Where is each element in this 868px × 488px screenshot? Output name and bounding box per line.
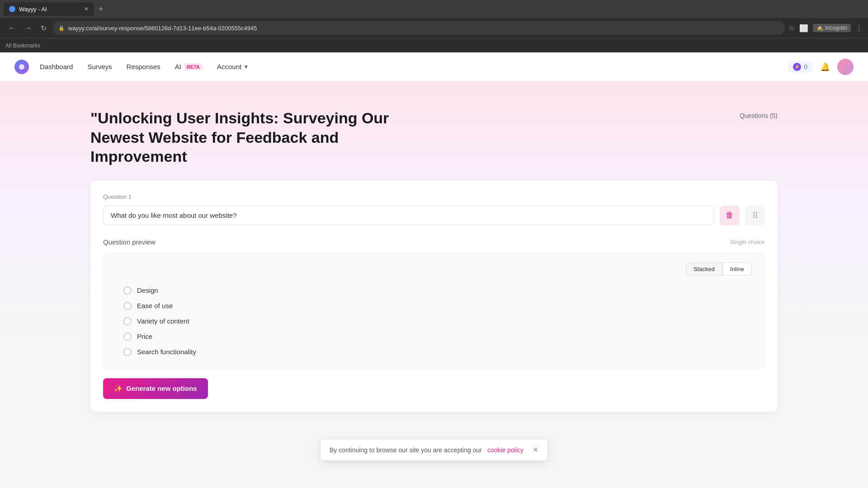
new-tab-button[interactable]: + [96, 5, 106, 14]
tab-title: Wayyy - AI [19, 6, 47, 13]
cookie-policy-link[interactable]: cookie policy [487, 446, 524, 454]
browser-nav-bar: ← → ↻ 🔒 wayyy.co/ai/survey-response/5860… [0, 18, 868, 38]
page-title: "Unlocking User Insights: Surveying Our … [90, 108, 398, 166]
nav-right: ⚡ 0 🔔 [788, 59, 854, 75]
address-bar[interactable]: 🔒 wayyy.co/ai/survey-response/5860126d-7… [53, 21, 785, 35]
preview-box: Stacked Inline Design Ease of use [103, 253, 765, 369]
radio-circle-variety [123, 317, 132, 325]
nav-ai-label: AI [175, 63, 181, 70]
bookmarks-bar: All Bookmarks [0, 38, 868, 52]
preview-header: Question preview Single choice [103, 238, 765, 246]
user-avatar[interactable] [837, 59, 854, 75]
generate-label: Generate new options [126, 385, 197, 392]
option-price[interactable]: Price [123, 333, 745, 341]
questions-count: Questions (5) [740, 108, 778, 119]
inline-toggle[interactable]: Inline [722, 263, 752, 276]
option-design[interactable]: Design [123, 286, 745, 295]
browser-nav-right: ☆ ⬜ 🕵 Incognito ⋮ [788, 24, 863, 33]
lock-icon: 🔒 [58, 25, 65, 31]
browser-tab[interactable]: Wayyy - AI ✕ [4, 2, 94, 16]
preview-label: Question preview [103, 238, 156, 246]
incognito-icon: 🕵 [816, 25, 823, 31]
cookie-notice: By continuing to browse our site you are… [320, 439, 548, 461]
browser-chrome: Wayyy - AI ✕ + ← → ↻ 🔒 wayyy.co/ai/surve… [0, 0, 868, 52]
cookie-close-button[interactable]: ✕ [533, 446, 538, 454]
svg-point-0 [19, 64, 24, 70]
option-ease-of-use[interactable]: Ease of use [123, 302, 745, 310]
star-icon[interactable]: ☆ [788, 24, 795, 33]
tab-favicon [9, 6, 15, 12]
bookmarks-label: All Bookmarks [5, 42, 40, 49]
nav-account-label: Account [217, 63, 241, 70]
stacked-toggle[interactable]: Stacked [686, 263, 722, 276]
browser-tab-bar: Wayyy - AI ✕ + [0, 0, 868, 18]
nav-links: Dashboard Surveys Responses AI BETA Acco… [40, 63, 249, 70]
bell-icon[interactable]: 🔔 [820, 62, 830, 72]
radio-circle-search [123, 348, 132, 356]
menu-icon[interactable]: ⋮ [855, 24, 863, 33]
app-nav: Dashboard Surveys Responses AI BETA Acco… [0, 52, 868, 81]
extensions-icon[interactable]: ⬜ [799, 24, 808, 33]
radio-circle-price [123, 333, 132, 341]
option-label-ease: Ease of use [137, 302, 173, 310]
delete-button[interactable]: 🗑 [720, 206, 740, 225]
layout-toggle: Stacked Inline [116, 263, 752, 276]
nav-account[interactable]: Account ▼ [217, 63, 249, 70]
forward-button[interactable]: → [22, 22, 34, 34]
app-wrapper: Dashboard Surveys Responses AI BETA Acco… [0, 52, 868, 488]
credits-badge[interactable]: ⚡ 0 [788, 61, 813, 73]
back-button[interactable]: ← [5, 22, 18, 34]
option-label-variety: Variety of content [137, 317, 189, 325]
page-header: "Unlocking User Insights: Surveying Our … [90, 108, 778, 166]
question-preview-section: Question preview Single choice Stacked I… [103, 238, 765, 399]
main-content: "Unlocking User Insights: Surveying Our … [0, 81, 868, 488]
nav-ai[interactable]: AI BETA [175, 63, 203, 70]
question-label: Question 1 [103, 193, 765, 200]
question-input[interactable] [103, 206, 714, 225]
option-label-search: Search functionality [137, 348, 196, 356]
single-choice-label: Single choice [730, 239, 765, 245]
option-label-design: Design [137, 286, 158, 294]
drag-button[interactable]: ⠿ [745, 206, 765, 225]
question-card: Question 1 🗑 ⠿ Question preview Single c… [90, 181, 778, 412]
incognito-badge: 🕵 Incognito [813, 24, 851, 32]
option-variety[interactable]: Variety of content [123, 317, 745, 325]
radio-circle-ease [123, 302, 132, 310]
trash-icon: 🗑 [726, 211, 734, 220]
url-text: wayyy.co/ai/survey-response/5860126d-7d1… [68, 25, 257, 32]
chevron-down-icon: ▼ [243, 64, 249, 70]
tab-close-button[interactable]: ✕ [84, 6, 89, 12]
nav-dashboard[interactable]: Dashboard [40, 63, 73, 70]
credits-count: 0 [804, 63, 807, 70]
generate-button[interactable]: ✨ Generate new options [103, 378, 208, 399]
incognito-label: Incognito [825, 25, 847, 31]
radio-options: Design Ease of use Variety of content [116, 283, 752, 360]
radio-circle-design [123, 286, 132, 295]
option-label-price: Price [137, 333, 152, 340]
nav-surveys[interactable]: Surveys [87, 63, 112, 70]
credits-icon: ⚡ [793, 63, 801, 71]
app-logo[interactable] [14, 60, 29, 74]
question-input-row: 🗑 ⠿ [103, 206, 765, 225]
nav-responses[interactable]: Responses [127, 63, 160, 70]
beta-badge: BETA [184, 63, 203, 70]
grid-icon: ⠿ [752, 211, 758, 221]
sparkle-icon: ✨ [114, 385, 123, 393]
option-search[interactable]: Search functionality [123, 348, 745, 356]
cookie-text: By continuing to browse our site you are… [330, 446, 482, 454]
refresh-button[interactable]: ↻ [38, 22, 49, 34]
